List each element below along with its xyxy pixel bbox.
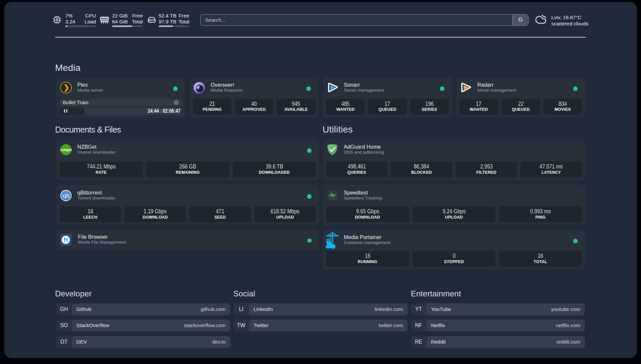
svg-text:nzbget: nzbget: [60, 148, 72, 152]
svg-text:qb: qb: [62, 192, 69, 199]
